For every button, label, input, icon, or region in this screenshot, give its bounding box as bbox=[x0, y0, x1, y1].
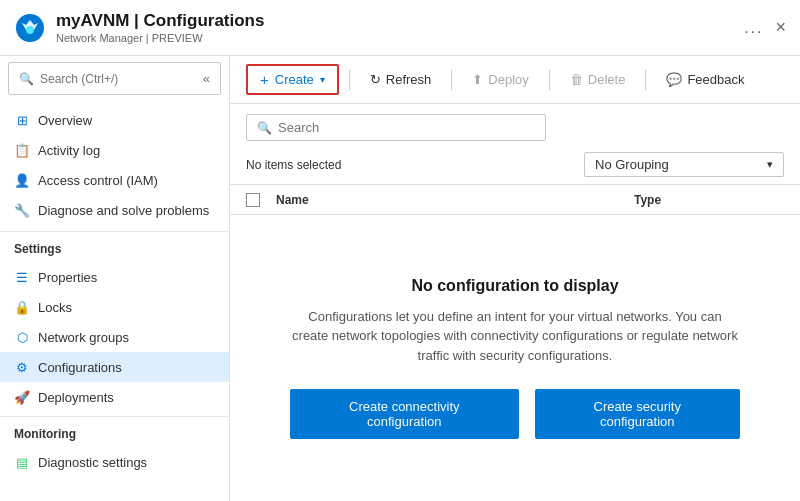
col-name-label: Name bbox=[276, 193, 309, 207]
content-search-box: 🔍 bbox=[246, 114, 546, 141]
deploy-icon: ⬆ bbox=[472, 72, 483, 87]
header-checkbox-col bbox=[246, 193, 276, 207]
collapse-icon[interactable]: « bbox=[203, 71, 210, 86]
plus-icon: + bbox=[260, 71, 269, 88]
network-icon: ⬡ bbox=[14, 329, 30, 345]
feedback-label: Feedback bbox=[687, 72, 744, 87]
content-search-area: 🔍 bbox=[230, 104, 800, 147]
empty-state: No configuration to display Configuratio… bbox=[230, 215, 800, 501]
deploy-button[interactable]: ⬆ Deploy bbox=[462, 67, 538, 92]
diagnose-icon: 🔧 bbox=[14, 202, 30, 218]
refresh-icon: ↻ bbox=[370, 72, 381, 87]
sidebar-item-diagnose[interactable]: 🔧 Diagnose and solve problems bbox=[0, 195, 229, 225]
toolbar-separator-4 bbox=[645, 70, 646, 90]
sidebar-item-deployments[interactable]: 🚀 Deployments bbox=[0, 382, 229, 412]
empty-title: No configuration to display bbox=[411, 277, 618, 295]
settings-section-label: Settings bbox=[0, 231, 229, 260]
properties-icon: ☰ bbox=[14, 269, 30, 285]
activity-label: Activity log bbox=[38, 143, 100, 158]
empty-desc: Configurations let you define an intent … bbox=[290, 307, 740, 366]
sidebar-nav-settings: ☰ Properties 🔒 Locks ⬡ Network groups ⚙ … bbox=[0, 260, 229, 414]
filter-text: No items selected bbox=[246, 158, 584, 172]
deployments-label: Deployments bbox=[38, 390, 114, 405]
toolbar-separator-2 bbox=[451, 70, 452, 90]
select-all-checkbox[interactable] bbox=[246, 193, 260, 207]
sidebar: 🔍 « ⊞ Overview 📋 Activity log 👤 Access c… bbox=[0, 56, 230, 501]
delete-button[interactable]: 🗑 Delete bbox=[560, 67, 636, 92]
toolbar-separator-3 bbox=[549, 70, 550, 90]
type-col-header: Type bbox=[634, 192, 784, 207]
diagnose-label: Diagnose and solve problems bbox=[38, 203, 209, 218]
header-title: myAVNM | Configurations bbox=[56, 11, 264, 31]
header-title-group: myAVNM | Configurations Network Manager … bbox=[56, 11, 744, 44]
diagnostic-label: Diagnostic settings bbox=[38, 455, 147, 470]
locks-label: Locks bbox=[38, 300, 72, 315]
refresh-label: Refresh bbox=[386, 72, 432, 87]
toolbar-separator-1 bbox=[349, 70, 350, 90]
create-connectivity-button[interactable]: Create connectivity configuration bbox=[290, 389, 519, 439]
access-icon: 👤 bbox=[14, 172, 30, 188]
sidebar-search: 🔍 « bbox=[8, 62, 221, 95]
sidebar-item-overview[interactable]: ⊞ Overview bbox=[0, 105, 229, 135]
feedback-button[interactable]: 💬 Feedback bbox=[656, 67, 754, 92]
content-search-icon: 🔍 bbox=[257, 121, 272, 135]
sidebar-nav-monitoring: ▤ Diagnostic settings bbox=[0, 445, 229, 479]
feedback-icon: 💬 bbox=[666, 72, 682, 87]
header-subtitle: Network Manager | PREVIEW bbox=[56, 32, 744, 44]
toolbar: + Create ▾ ↻ Refresh ⬆ Deploy 🗑 Delete 💬 bbox=[230, 56, 800, 104]
deployments-icon: 🚀 bbox=[14, 389, 30, 405]
locks-icon: 🔒 bbox=[14, 299, 30, 315]
diagnostic-icon: ▤ bbox=[14, 454, 30, 470]
layout: 🔍 « ⊞ Overview 📋 Activity log 👤 Access c… bbox=[0, 56, 800, 501]
empty-state-buttons: Create connectivity configuration Create… bbox=[290, 389, 740, 439]
create-security-button[interactable]: Create security configuration bbox=[535, 389, 740, 439]
svg-point-2 bbox=[26, 26, 34, 34]
properties-label: Properties bbox=[38, 270, 97, 285]
header-close[interactable]: × bbox=[775, 17, 786, 38]
header: myAVNM | Configurations Network Manager … bbox=[0, 0, 800, 56]
table-header: Name Type bbox=[230, 184, 800, 215]
configurations-icon: ⚙ bbox=[14, 359, 30, 375]
sidebar-search-input[interactable] bbox=[40, 72, 199, 86]
activity-icon: 📋 bbox=[14, 142, 30, 158]
filter-bar: No items selected No Grouping ▾ bbox=[230, 147, 800, 182]
content: 🔍 No items selected No Grouping ▾ Name bbox=[230, 104, 800, 501]
delete-label: Delete bbox=[588, 72, 626, 87]
create-label: Create bbox=[275, 72, 314, 87]
main: + Create ▾ ↻ Refresh ⬆ Deploy 🗑 Delete 💬 bbox=[230, 56, 800, 501]
deploy-label: Deploy bbox=[488, 72, 528, 87]
refresh-button[interactable]: ↻ Refresh bbox=[360, 67, 442, 92]
create-button[interactable]: + Create ▾ bbox=[246, 64, 339, 95]
network-groups-label: Network groups bbox=[38, 330, 129, 345]
content-search-input[interactable] bbox=[278, 120, 535, 135]
name-col-header: Name bbox=[276, 192, 634, 207]
sidebar-item-access-control[interactable]: 👤 Access control (IAM) bbox=[0, 165, 229, 195]
overview-icon: ⊞ bbox=[14, 112, 30, 128]
search-icon: 🔍 bbox=[19, 72, 34, 86]
header-dots[interactable]: ... bbox=[744, 19, 763, 37]
sidebar-nav-top: ⊞ Overview 📋 Activity log 👤 Access contr… bbox=[0, 101, 229, 229]
access-label: Access control (IAM) bbox=[38, 173, 158, 188]
grouping-dropdown[interactable]: No Grouping ▾ bbox=[584, 152, 784, 177]
overview-label: Overview bbox=[38, 113, 92, 128]
delete-icon: 🗑 bbox=[570, 72, 583, 87]
sidebar-item-network-groups[interactable]: ⬡ Network groups bbox=[0, 322, 229, 352]
sidebar-item-activity-log[interactable]: 📋 Activity log bbox=[0, 135, 229, 165]
grouping-chevron-icon: ▾ bbox=[767, 158, 773, 171]
grouping-label: No Grouping bbox=[595, 157, 669, 172]
sidebar-item-diagnostic-settings[interactable]: ▤ Diagnostic settings bbox=[0, 447, 229, 477]
col-type-label: Type bbox=[634, 193, 661, 207]
configurations-label: Configurations bbox=[38, 360, 122, 375]
sidebar-item-locks[interactable]: 🔒 Locks bbox=[0, 292, 229, 322]
create-chevron-icon: ▾ bbox=[320, 74, 325, 85]
monitoring-section-label: Monitoring bbox=[0, 416, 229, 445]
app-icon bbox=[14, 12, 46, 44]
sidebar-item-properties[interactable]: ☰ Properties bbox=[0, 262, 229, 292]
sidebar-item-configurations[interactable]: ⚙ Configurations bbox=[0, 352, 229, 382]
